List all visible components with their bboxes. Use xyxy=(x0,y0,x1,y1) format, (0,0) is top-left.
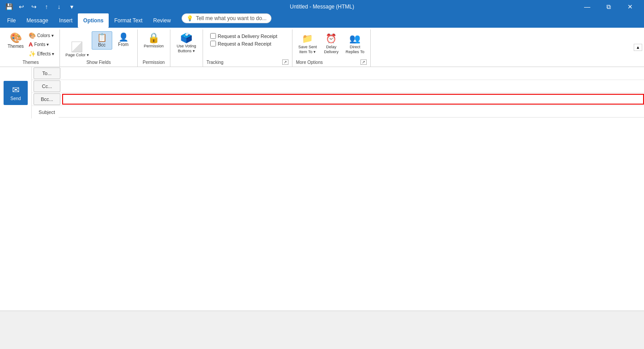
ribbon: 🎨 Themes 🎨 Colors ▾ A Fonts ▾ ✨ Effects … xyxy=(0,28,644,67)
more-options-expand-icon[interactable]: ↗ xyxy=(360,59,367,65)
ribbon-group-voting: 🗳️ Use VotingButtons ▾ xyxy=(170,29,203,67)
bcc-field-button[interactable]: Bcc... xyxy=(34,93,60,105)
voting-group-label xyxy=(172,59,201,67)
themes-group-content: 🎨 Themes 🎨 Colors ▾ A Fonts ▾ ✨ Effects … xyxy=(4,29,58,59)
cc-row: Cc... xyxy=(32,80,644,93)
from-label: From xyxy=(118,42,128,47)
page-color-button[interactable]: Page Color ▾ xyxy=(64,41,91,58)
themes-icon: 🎨 xyxy=(10,33,22,43)
delay-delivery-label: DelayDelivery xyxy=(324,45,339,55)
from-icon: 👤 xyxy=(119,33,128,41)
themes-stack: 🎨 Colors ▾ A Fonts ▾ ✨ Effects ▾ xyxy=(27,31,56,58)
ribbon-group-more-options: 📁 Save SentItem To ▾ ⏰ DelayDelivery 👥 D… xyxy=(292,29,371,67)
direct-replies-button[interactable]: 👥 DirectReplies To xyxy=(343,31,367,56)
tell-me-bar[interactable]: 💡 Tell me what you want to do... xyxy=(182,13,271,23)
more-options-label-text: More Options xyxy=(296,60,323,65)
permission-button[interactable]: 🔒 Permission xyxy=(141,31,166,50)
page-color-label: Page Color ▾ xyxy=(65,53,89,57)
send-button[interactable]: ✉ Send xyxy=(4,81,28,105)
bcc-button[interactable]: 📋 Bcc xyxy=(92,31,112,50)
window-controls: — ⧉ ✕ xyxy=(577,0,640,13)
to-row: To... xyxy=(32,67,644,80)
main-container: ✉ Send To... Cc... Bcc... xyxy=(0,67,644,311)
ribbon-group-themes: 🎨 Themes 🎨 Colors ▾ A Fonts ▾ ✨ Effects … xyxy=(2,29,60,67)
fonts-label: Fonts ▾ xyxy=(34,42,49,47)
colors-label: Colors ▾ xyxy=(37,33,54,38)
show-fields-group-content: Page Color ▾ 📋 Bcc 👤 From xyxy=(62,29,136,59)
direct-replies-label: DirectReplies To xyxy=(346,45,364,55)
cc-button[interactable]: Cc... xyxy=(34,80,60,92)
tracking-expand-icon[interactable]: ↗ xyxy=(282,59,288,65)
delay-delivery-icon: ⏰ xyxy=(326,33,337,44)
send-label: Send xyxy=(10,96,21,101)
page-color-icon xyxy=(72,42,82,52)
subject-input[interactable] xyxy=(59,107,644,118)
undo-quick-btn[interactable]: ↩ xyxy=(16,1,27,12)
tracking-label-text: tracking xyxy=(207,60,224,65)
more-options-group-content: 📁 Save SentItem To ▾ ⏰ DelayDelivery 👥 D… xyxy=(294,29,369,59)
permission-label: Permission xyxy=(144,44,164,49)
save-sent-icon: 📁 xyxy=(302,33,313,44)
bcc-icon: 📋 xyxy=(97,34,107,42)
menu-file[interactable]: File xyxy=(2,13,21,28)
to-button[interactable]: To... xyxy=(34,67,60,79)
status-bar xyxy=(0,311,644,320)
themes-button[interactable]: 🎨 Themes xyxy=(5,31,26,50)
themes-label: Themes xyxy=(8,44,24,49)
read-receipt-item[interactable]: Request a Read Receipt xyxy=(210,41,277,46)
show-fields-group-label: Show Fields xyxy=(62,59,136,67)
save-sent-button[interactable]: 📁 Save SentItem To ▾ xyxy=(296,31,319,56)
fonts-button[interactable]: A Fonts ▾ xyxy=(27,40,56,49)
menu-options[interactable]: Options xyxy=(78,13,109,28)
composer-header: ✉ Send To... Cc... Bcc... xyxy=(0,67,644,118)
bcc-row: Bcc... xyxy=(32,93,644,106)
menu-bar: File Message Insert Options Format Text … xyxy=(0,13,644,28)
delivery-receipt-item[interactable]: Request a Delivery Receipt xyxy=(210,33,277,39)
menu-format-text[interactable]: Format Text xyxy=(109,13,148,28)
read-receipt-checkbox[interactable] xyxy=(210,41,216,46)
menu-message[interactable]: Message xyxy=(21,13,54,28)
from-button[interactable]: 👤 From xyxy=(113,31,134,49)
delay-delivery-button[interactable]: ⏰ DelayDelivery xyxy=(320,31,343,56)
restore-btn[interactable]: ⧉ xyxy=(598,0,619,13)
effects-button[interactable]: ✨ Effects ▾ xyxy=(27,50,56,58)
send-icon: ✉ xyxy=(12,84,20,95)
voting-group-content: 🗳️ Use VotingButtons ▾ xyxy=(172,29,201,59)
to-input[interactable] xyxy=(62,68,644,79)
menu-review[interactable]: Review xyxy=(148,13,176,28)
permission-group-content: 🔒 Permission xyxy=(140,29,168,59)
bcc-input[interactable] xyxy=(62,94,644,105)
up-quick-btn[interactable]: ↑ xyxy=(41,1,52,12)
more-quick-btn[interactable]: ▾ xyxy=(66,1,77,12)
tracking-section: Request a Delivery Receipt Request a Rea… xyxy=(207,31,281,48)
effects-label: Effects ▾ xyxy=(37,51,54,56)
save-sent-label: Save SentItem To ▾ xyxy=(298,45,317,55)
save-quick-btn[interactable]: 💾 xyxy=(4,1,14,12)
themes-group-label: themes xyxy=(4,59,58,67)
title-bar-left: 💾 ↩ ↪ ↑ ↓ ▾ xyxy=(4,1,77,12)
ribbon-collapse-btn[interactable]: ▲ xyxy=(634,44,642,51)
ribbon-group-tracking: Request a Delivery Receipt Request a Rea… xyxy=(203,29,292,67)
bcc-label: Bcc xyxy=(98,42,106,47)
window-title: Untitled - Message (HTML) xyxy=(290,4,354,10)
delivery-receipt-checkbox[interactable] xyxy=(210,33,216,39)
voting-icon: 🗳️ xyxy=(180,33,192,43)
subject-row: Subject xyxy=(32,106,644,118)
message-body[interactable] xyxy=(0,118,644,311)
redo-quick-btn[interactable]: ↪ xyxy=(29,1,39,12)
minimize-btn[interactable]: — xyxy=(577,0,597,13)
colors-button[interactable]: 🎨 Colors ▾ xyxy=(27,31,56,40)
use-voting-button[interactable]: 🗳️ Use VotingButtons ▾ xyxy=(174,31,199,55)
lightbulb-icon: 💡 xyxy=(186,15,193,21)
tracking-group-label: tracking ↗ xyxy=(205,59,290,67)
cc-input[interactable] xyxy=(62,81,644,92)
permission-icon: 🔒 xyxy=(148,33,160,43)
close-btn[interactable]: ✕ xyxy=(620,0,640,13)
composer-area: ✉ Send To... Cc... Bcc... xyxy=(0,67,644,311)
title-bar: 💾 ↩ ↪ ↑ ↓ ▾ Untitled - Message (HTML) — … xyxy=(0,0,644,13)
down-quick-btn[interactable]: ↓ xyxy=(54,1,64,12)
tracking-group-content: Request a Delivery Receipt Request a Rea… xyxy=(205,29,290,59)
send-area: ✉ Send xyxy=(0,67,32,118)
tell-me-text: Tell me what you want to do... xyxy=(196,15,267,21)
menu-insert[interactable]: Insert xyxy=(54,13,78,28)
